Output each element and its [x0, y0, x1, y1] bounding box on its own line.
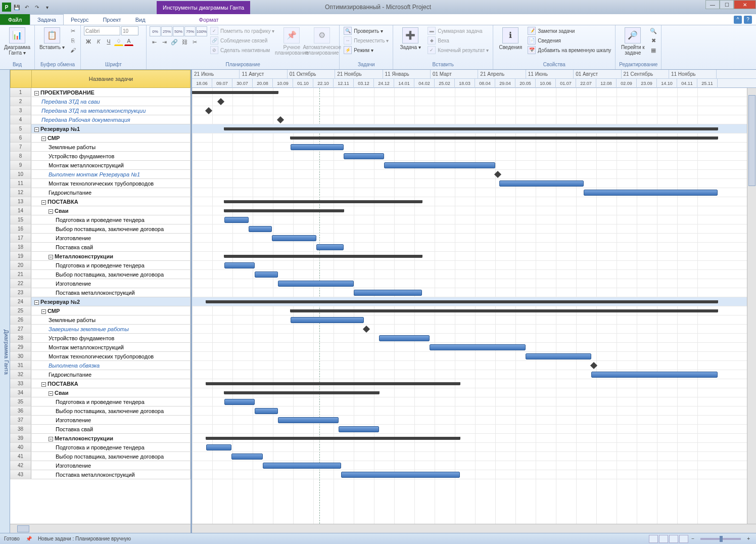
- task-row[interactable]: 11Монтаж технологических трубопроводов: [10, 179, 191, 188]
- italic-button[interactable]: К: [94, 37, 103, 46]
- task-row[interactable]: 34−Сваи: [10, 388, 191, 397]
- task-row[interactable]: 16Выбор поставщика, заключение договора: [10, 224, 191, 234]
- row-number[interactable]: 25: [10, 306, 31, 315]
- task-name-cell[interactable]: −ПРОЕКТИРОВАНИЕ: [31, 88, 191, 97]
- task-row[interactable]: 14−Сваи: [10, 206, 191, 215]
- milestone-marker[interactable]: [494, 171, 501, 178]
- row-number[interactable]: 26: [10, 315, 31, 324]
- task-name-cell[interactable]: −СМР: [31, 306, 191, 315]
- task-bar[interactable]: [354, 290, 422, 296]
- zoom-thumb[interactable]: [720, 536, 723, 542]
- task-row[interactable]: 1−ПРОЕКТИРОВАНИЕ: [10, 88, 191, 97]
- task-row[interactable]: 43Поставка металлоконструкций: [10, 470, 191, 479]
- milestone-marker[interactable]: [217, 98, 224, 105]
- task-bar[interactable]: [291, 317, 364, 323]
- row-number[interactable]: 23: [10, 288, 31, 297]
- fill-icon[interactable]: ▦: [649, 46, 658, 55]
- outline-toggle[interactable]: −: [41, 137, 46, 141]
- zoom-in-button[interactable]: +: [745, 536, 752, 541]
- row-number[interactable]: 11: [10, 179, 31, 188]
- task-name-cell[interactable]: Поставка свай: [31, 243, 191, 251]
- task-bar[interactable]: [255, 271, 278, 278]
- row-number[interactable]: 38: [10, 425, 31, 433]
- split-icon[interactable]: ✂: [190, 37, 199, 47]
- inspect-button[interactable]: 🔍Проверить ▾: [343, 26, 390, 35]
- paste-button[interactable]: 📋 Вставить ▾: [38, 26, 66, 51]
- gantt-vscroll[interactable]: [747, 88, 756, 524]
- task-bar[interactable]: [526, 353, 591, 359]
- mark-ontrack-button[interactable]: ✓Пометить по графику ▾: [209, 26, 275, 35]
- gantt-tools-tab[interactable]: Инструменты диаграммы Ганта: [157, 1, 250, 14]
- task-row[interactable]: 15Подготовка и проведение тендера: [10, 215, 191, 224]
- outline-toggle[interactable]: −: [34, 127, 39, 132]
- task-name-cell[interactable]: Изготовление: [31, 279, 191, 288]
- font-size-combo[interactable]: [121, 26, 138, 35]
- task-row[interactable]: 9Монтаж металлоконструкций: [10, 161, 191, 170]
- redo-icon[interactable]: ↷: [32, 3, 41, 12]
- row-number[interactable]: 12: [10, 188, 31, 197]
- task-row[interactable]: 28Устройство фундаментов: [10, 334, 191, 343]
- task-row[interactable]: 21Выбор поставщика, заключение договора: [10, 270, 191, 279]
- row-number[interactable]: 24: [10, 297, 31, 306]
- row-number[interactable]: 3: [10, 106, 31, 115]
- task-row[interactable]: 10Выполнен монтаж Резервуара №1: [10, 170, 191, 179]
- task-name-cell[interactable]: −СМР: [31, 133, 191, 142]
- milestone-marker[interactable]: [590, 362, 597, 369]
- move-button[interactable]: ↔Переместить ▾: [343, 36, 390, 45]
- pct-100%[interactable]: 100%: [196, 26, 207, 36]
- task-bar[interactable]: [224, 262, 255, 268]
- task-row[interactable]: 20Подготовка и проведение тендера: [10, 261, 191, 270]
- outline-toggle[interactable]: −: [49, 255, 53, 259]
- row-number[interactable]: 33: [10, 379, 31, 388]
- tab-format[interactable]: Формат: [192, 14, 226, 25]
- task-row[interactable]: 42Изготовление: [10, 461, 191, 470]
- task-name-cell[interactable]: −Резервуар №2: [31, 297, 191, 306]
- find-icon[interactable]: 🔍: [649, 26, 658, 35]
- task-row[interactable]: 12Гидроиспытание: [10, 188, 191, 197]
- view-btn-4[interactable]: [679, 535, 688, 543]
- task-name-cell[interactable]: −Металлоконструкции: [31, 252, 191, 260]
- row-number[interactable]: 13: [10, 197, 31, 206]
- task-name-cell[interactable]: Передана Рабочая документация: [31, 115, 191, 124]
- task-row[interactable]: 37Изготовление: [10, 416, 191, 425]
- task-name-cell[interactable]: Выполнена обвязка: [31, 361, 191, 370]
- task-row[interactable]: 3Передана ЗТД на металлоконструкции: [10, 106, 191, 115]
- row-number[interactable]: 29: [10, 343, 31, 351]
- task-name-cell[interactable]: Подготовка и проведение тендера: [31, 215, 191, 224]
- indent-icon[interactable]: ⇥: [160, 37, 169, 47]
- task-bar[interactable]: [384, 162, 495, 168]
- row-number[interactable]: 18: [10, 243, 31, 251]
- task-row[interactable]: 13−ПОСТАВКА: [10, 197, 191, 206]
- gantt-hscroll[interactable]: [192, 524, 756, 533]
- task-bar[interactable]: [316, 244, 344, 250]
- task-row[interactable]: 30Монтаж технологических трубопроводов: [10, 352, 191, 361]
- task-name-cell[interactable]: Изготовление: [31, 416, 191, 424]
- task-name-cell[interactable]: Выполнен монтаж Резервуара №1: [31, 170, 191, 178]
- zoom-out-button[interactable]: −: [689, 536, 696, 541]
- task-name-cell[interactable]: Передана ЗТД на металлоконструкции: [31, 106, 191, 115]
- cut-icon[interactable]: ✂: [68, 26, 77, 35]
- row-number[interactable]: 4: [10, 115, 31, 124]
- task-bar[interactable]: [272, 235, 316, 241]
- summary-bar[interactable]: [224, 391, 379, 394]
- milestone-marker[interactable]: [277, 116, 284, 123]
- summary-bar[interactable]: [192, 91, 278, 94]
- gantt-chart-button[interactable]: 📊 Диаграмма Ганта ▾: [3, 26, 31, 57]
- task-bar[interactable]: [255, 408, 278, 414]
- row-number[interactable]: 22: [10, 279, 31, 288]
- row-number[interactable]: 19: [10, 252, 31, 260]
- tab-view[interactable]: Вид: [128, 14, 153, 25]
- task-row[interactable]: 18Поставка свай: [10, 243, 191, 252]
- task-name-cell[interactable]: Передана ЗТД на сваи: [31, 97, 191, 106]
- milestone-button[interactable]: ◆Веха: [427, 36, 490, 45]
- task-name-cell[interactable]: Выбор поставщика, заключение договора: [31, 224, 191, 233]
- task-name-cell[interactable]: Монтаж металлоконструкций: [31, 161, 191, 169]
- row-number[interactable]: 17: [10, 234, 31, 242]
- task-row[interactable]: 5−Резервуар №1: [10, 124, 191, 133]
- summary-bar[interactable]: [291, 137, 718, 140]
- row-number[interactable]: 28: [10, 334, 31, 342]
- link-icon[interactable]: 🔗: [170, 37, 179, 47]
- row-number[interactable]: 27: [10, 325, 31, 333]
- task-hscroll[interactable]: [10, 524, 191, 533]
- pct-25%[interactable]: 25%: [161, 26, 172, 36]
